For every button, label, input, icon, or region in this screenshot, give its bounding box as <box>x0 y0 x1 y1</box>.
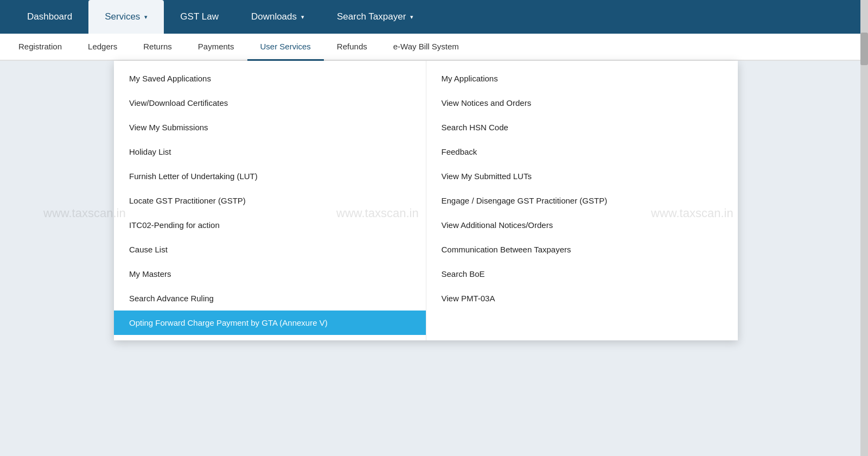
top-nav-item-search-taxpayer[interactable]: Search Taxpayer▾ <box>321 0 430 34</box>
dropdown-item-holiday-list[interactable]: Holiday List <box>114 140 426 164</box>
dropdown-item-view-my-submitted-lu[interactable]: View My Submitted LUTs <box>426 164 738 188</box>
dropdown-item-my-masters[interactable]: My Masters <box>114 262 426 286</box>
dropdown-item-view-pmt-03a[interactable]: View PMT-03A <box>426 286 738 311</box>
sub-nav-item-returns[interactable]: Returns <box>130 34 185 61</box>
caret-icon: ▾ <box>301 14 304 21</box>
dropdown-item-opting-forward-charg[interactable]: Opting Forward Charge Payment by GTA (An… <box>114 311 426 335</box>
dropdown-item-cause-list[interactable]: Cause List <box>114 237 426 262</box>
scrollbar-thumb[interactable] <box>860 33 868 65</box>
sub-nav-item-ledgers[interactable]: Ledgers <box>75 34 130 61</box>
dropdown-item-view-my-submissions[interactable]: View My Submissions <box>114 115 426 140</box>
scrollbar[interactable] <box>860 0 868 456</box>
top-nav-item-downloads[interactable]: Downloads▾ <box>235 0 321 34</box>
dropdown-item-feedback[interactable]: Feedback <box>426 140 738 164</box>
dropdown-item-engage-disengage-g[interactable]: Engage / Disengage GST Practitioner (GST… <box>426 188 738 213</box>
dropdown-left-col: My Saved ApplicationsView/Download Certi… <box>114 61 426 340</box>
dropdown-item-locate-gst-practitio[interactable]: Locate GST Practitioner (GSTP) <box>114 188 426 213</box>
sub-nav: RegistrationLedgersReturnsPaymentsUser S… <box>0 34 868 61</box>
dropdown-right-col: My ApplicationsView Notices and OrdersSe… <box>426 61 738 340</box>
dropdown-item-view-download-certif[interactable]: View/Download Certificates <box>114 91 426 115</box>
caret-icon: ▾ <box>410 14 413 21</box>
dropdown-item-communication-betwee[interactable]: Communication Between Taxpayers <box>426 237 738 262</box>
dropdown-item-itc02-pending-for-ac[interactable]: ITC02-Pending for action <box>114 213 426 237</box>
dropdown-item-furnish-letter-of-un[interactable]: Furnish Letter of Undertaking (LUT) <box>114 164 426 188</box>
sub-nav-item-registration[interactable]: Registration <box>5 34 75 61</box>
dropdown-item-my-saved-application[interactable]: My Saved Applications <box>114 66 426 91</box>
top-nav-item-services[interactable]: Services▾ <box>88 0 164 34</box>
dropdown-item-search-advance-rulin[interactable]: Search Advance Ruling <box>114 286 426 311</box>
watermark-1: www.taxscan.in <box>43 206 126 220</box>
sub-nav-item-e-way-bill-system[interactable]: e-Way Bill System <box>380 34 472 61</box>
sub-nav-item-payments[interactable]: Payments <box>185 34 247 61</box>
top-nav-item-gst-law[interactable]: GST Law <box>164 0 235 34</box>
services-dropdown: My Saved ApplicationsView/Download Certi… <box>114 61 738 340</box>
dropdown-item-view-additional-noti[interactable]: View Additional Notices/Orders <box>426 213 738 237</box>
dropdown-item-search-boe[interactable]: Search BoE <box>426 262 738 286</box>
dropdown-item-my-applications[interactable]: My Applications <box>426 66 738 91</box>
dropdown-item-search-hsn-code[interactable]: Search HSN Code <box>426 115 738 140</box>
top-nav: DashboardServices▾GST LawDownloads▾Searc… <box>0 0 868 34</box>
dropdown-item-view-notices-and-ord[interactable]: View Notices and Orders <box>426 91 738 115</box>
sub-nav-item-user-services[interactable]: User Services <box>247 34 324 61</box>
sub-nav-item-refunds[interactable]: Refunds <box>324 34 380 61</box>
top-nav-item-dashboard[interactable]: Dashboard <box>11 0 88 34</box>
caret-icon: ▾ <box>144 14 148 21</box>
